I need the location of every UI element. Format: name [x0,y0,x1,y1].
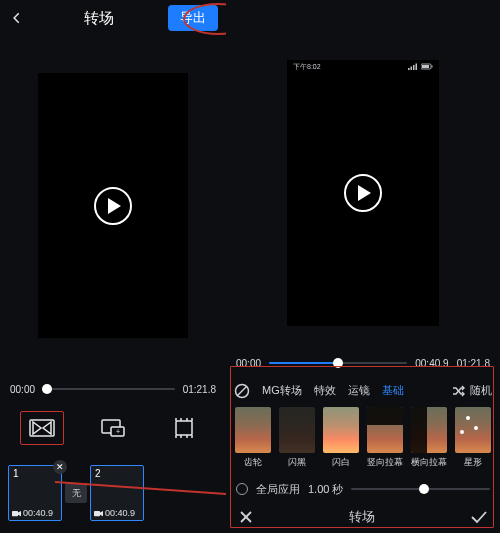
play-icon[interactable] [344,174,382,212]
duration-slider[interactable] [351,488,490,490]
tool-row: + [0,403,226,453]
preset-label: 闪白 [332,456,350,469]
time-start: 00:00 [236,358,261,369]
category-tabs: MG转场 特效 运镜 基础 随机 [226,375,500,405]
clip-1[interactable]: ✕ 1 00:40.9 [8,465,62,521]
svg-rect-19 [408,68,410,70]
tab-camera[interactable]: 运镜 [348,383,370,398]
preset-strip[interactable]: 齿轮闪黑闪白竖向拉幕横向拉幕星形 [226,405,500,477]
preset-2[interactable]: 闪白 [322,407,360,469]
cancel-button[interactable] [238,509,254,525]
svg-rect-15 [12,510,18,515]
tab-basic[interactable]: 基础 [382,383,404,398]
time-end: 01:21.8 [183,384,216,395]
svg-marker-16 [18,510,21,515]
shuffle-button[interactable]: 随机 [452,383,492,398]
panel-title: 转场 [349,508,375,526]
no-transition-icon[interactable] [234,383,250,399]
svg-rect-20 [411,67,413,71]
status-time: 下午8:02 [293,62,321,72]
preset-4[interactable]: 横向拉幕 [410,407,448,469]
clip-index: 2 [91,466,143,481]
apply-all-radio[interactable] [236,483,248,495]
duration-thumb[interactable] [419,484,429,494]
svg-rect-25 [432,66,433,68]
phone-status-bar: 下午8:02 [287,60,439,74]
page-title: 转场 [84,9,114,28]
preset-thumb [235,407,271,453]
preset-thumb [455,407,491,453]
svg-line-27 [238,386,247,395]
svg-rect-6 [176,421,192,435]
preset-label: 闪黑 [288,456,306,469]
preset-thumb [279,407,315,453]
svg-rect-17 [94,510,100,515]
preview-player-right[interactable]: 下午8:02 [287,60,439,326]
svg-rect-21 [413,65,415,70]
effects-tool-icon[interactable] [162,411,206,445]
confirm-button[interactable] [470,510,488,524]
svg-marker-1 [33,422,41,434]
time-cur: 00:40.9 [415,358,448,369]
clip-2[interactable]: 2 00:40.9 [90,465,144,521]
check-icon [470,510,488,524]
preset-1[interactable]: 闪黑 [278,407,316,469]
export-button[interactable]: 导出 [168,5,218,31]
pip-tool-icon[interactable]: + [91,411,135,445]
clip-duration: 00:40.9 [23,508,53,518]
svg-marker-18 [100,510,103,515]
svg-rect-24 [422,65,429,68]
preset-thumb [323,407,359,453]
preset-thumb [411,407,447,453]
progress-bar-left[interactable] [43,388,175,390]
preset-label: 竖向拉幕 [367,456,403,469]
time-start: 00:00 [10,384,35,395]
camera-icon [94,510,103,517]
shuffle-label: 随机 [470,383,492,398]
preset-label: 横向拉幕 [411,456,447,469]
play-icon[interactable] [94,187,132,225]
tab-mg[interactable]: MG转场 [262,383,302,398]
preview-player-left[interactable] [38,73,188,338]
svg-marker-2 [43,422,51,434]
time-end: 01:21.8 [457,358,490,369]
svg-rect-22 [416,64,418,71]
progress-thumb[interactable] [42,384,52,394]
close-icon [238,509,254,525]
preset-0[interactable]: 齿轮 [234,407,272,469]
transition-tool-icon[interactable] [20,411,64,445]
transition-chip[interactable]: 无 [65,483,87,503]
duration-value: 1.00 秒 [308,482,343,497]
back-icon[interactable] [8,9,26,27]
apply-all-label: 全局应用 [256,482,300,497]
progress-bar-right[interactable] [269,362,407,364]
battery-icon [421,63,433,70]
preset-5[interactable]: 星形 [454,407,492,469]
shuffle-icon [452,385,466,397]
preset-thumb [367,407,403,453]
clip-remove-icon[interactable]: ✕ [53,460,67,474]
timeline-clips: ✕ 1 00:40.9 无 2 00:40.9 [0,453,226,533]
svg-text:+: + [116,428,120,435]
preset-label: 齿轮 [244,456,262,469]
clip-duration: 00:40.9 [105,508,135,518]
camera-icon [12,510,21,517]
preset-label: 星形 [464,456,482,469]
progress-thumb[interactable] [333,358,343,368]
preset-3[interactable]: 竖向拉幕 [366,407,404,469]
tab-fx[interactable]: 特效 [314,383,336,398]
signal-icon [408,63,418,70]
